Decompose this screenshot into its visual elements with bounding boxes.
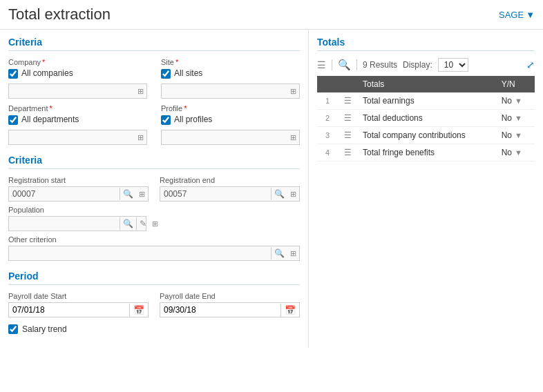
row-name: Total earnings: [357, 92, 496, 110]
row-name: Total deductions: [357, 110, 496, 127]
row-detail-icon[interactable]: ☰: [344, 113, 352, 123]
payroll-end-label: Payroll date End: [160, 292, 300, 300]
totals-table-icon[interactable]: ☰: [317, 59, 326, 70]
salary-trend-checkbox[interactable]: [8, 324, 18, 334]
yn-dropdown-icon[interactable]: ▼: [515, 114, 522, 122]
row-icon-cell[interactable]: ☰: [338, 144, 357, 161]
site-input-wrapper: ⊞: [161, 84, 300, 99]
payroll-end-wrapper: 📅: [160, 302, 300, 317]
totals-title: Totals: [317, 37, 535, 51]
site-field-group: Site* All sites ⊞: [161, 58, 300, 99]
all-companies-label: All companies: [21, 68, 73, 78]
profile-grid-icon[interactable]: ⊞: [287, 132, 299, 144]
row-yn: No ▼: [496, 92, 535, 110]
population-search-icon[interactable]: 🔍: [120, 217, 136, 230]
salary-trend-label: Salary trend: [22, 324, 67, 334]
profile-input[interactable]: [162, 130, 287, 144]
population-group: Population 🔍 ✎ ⊞: [8, 206, 300, 231]
main-content: Criteria Company* All companies ⊞: [0, 30, 543, 348]
display-label: Display:: [403, 60, 432, 70]
reg-end-label: Registration end: [160, 176, 300, 184]
criteria2-title: Criteria: [8, 155, 300, 169]
all-profiles-checkbox[interactable]: [161, 115, 171, 125]
user-menu[interactable]: SAGE ▼: [499, 10, 535, 20]
payroll-end-calendar-icon[interactable]: 📅: [280, 304, 299, 317]
profile-field-group: Profile* All profiles ⊞: [161, 104, 300, 145]
reg-start-input[interactable]: [9, 187, 120, 201]
site-grid-icon[interactable]: ⊞: [287, 86, 299, 97]
payroll-end-input[interactable]: [160, 303, 280, 317]
other-criterion-wrapper: 🔍 ⊞: [8, 246, 300, 261]
expand-icon[interactable]: ⤢: [526, 59, 535, 70]
left-panel: Criteria Company* All companies ⊞: [0, 30, 309, 348]
population-input[interactable]: [9, 217, 120, 231]
row-num: 1: [317, 92, 338, 110]
all-profiles-row: All profiles: [161, 115, 300, 125]
row-detail-icon[interactable]: ☰: [344, 148, 352, 157]
company-field-group: Company* All companies ⊞: [8, 58, 147, 99]
population-label: Population: [8, 206, 300, 214]
totals-search-icon[interactable]: 🔍: [338, 59, 351, 71]
reg-end-grid-icon[interactable]: ⊞: [287, 188, 299, 200]
department-grid-icon[interactable]: ⊞: [135, 132, 146, 144]
row-name: Total fringe benefits: [357, 144, 496, 161]
reg-end-search-icon[interactable]: 🔍: [271, 188, 287, 200]
department-input[interactable]: [9, 130, 135, 144]
col-num: [317, 76, 338, 92]
display-select[interactable]: 10 25 50: [438, 58, 468, 72]
all-departments-label: All departments: [21, 115, 79, 124]
reg-end-input[interactable]: [160, 187, 271, 201]
toolbar-separator2: [356, 59, 357, 70]
row-icon-cell[interactable]: ☰: [338, 92, 357, 110]
payroll-start-calendar-icon[interactable]: 📅: [129, 304, 148, 317]
user-dropdown-icon: ▼: [526, 10, 535, 20]
table-row: 1 ☰ Total earnings No ▼: [317, 92, 535, 110]
row-yn: No ▼: [496, 127, 535, 144]
payroll-end-group: Payroll date End 📅: [160, 292, 300, 317]
reg-start-grid-icon[interactable]: ⊞: [136, 188, 148, 200]
col-totals: Totals: [357, 76, 496, 92]
row-detail-icon[interactable]: ☰: [344, 130, 352, 140]
period-dates-row: Payroll date Start 📅 Payroll date End 📅: [8, 292, 300, 317]
other-criterion-group: Other criterion 🔍 ⊞: [8, 235, 300, 261]
totals-tbody: 1 ☰ Total earnings No ▼ 2 ☰ Total deduct…: [317, 92, 535, 161]
site-input[interactable]: [162, 84, 287, 98]
row-icon-cell[interactable]: ☰: [338, 127, 357, 144]
profile-input-wrapper: ⊞: [161, 130, 300, 145]
period-title: Period: [8, 271, 300, 285]
other-criterion-search-icon[interactable]: 🔍: [271, 247, 287, 259]
row-icon-cell[interactable]: ☰: [338, 110, 357, 127]
all-profiles-label: All profiles: [174, 115, 212, 124]
company-label: Company*: [8, 58, 147, 66]
department-label: Department*: [8, 104, 147, 112]
department-input-wrapper: ⊞: [8, 130, 147, 145]
table-row: 3 ☰ Total company contributions No ▼: [317, 127, 535, 144]
payroll-start-wrapper: 📅: [8, 302, 149, 317]
row-num: 4: [317, 144, 338, 161]
yn-dropdown-icon[interactable]: ▼: [515, 97, 522, 105]
yn-dropdown-icon[interactable]: ▼: [515, 131, 522, 139]
payroll-start-input[interactable]: [9, 303, 129, 317]
other-criterion-input[interactable]: [9, 246, 271, 260]
right-panel: Totals ☰ 🔍 9 Results Display: 10 25 50 ⤢…: [309, 30, 543, 348]
all-departments-checkbox[interactable]: [8, 115, 18, 125]
other-criterion-grid-icon[interactable]: ⊞: [287, 248, 299, 259]
yn-value: No: [502, 113, 512, 123]
header: Total extraction SAGE ▼: [0, 0, 543, 30]
population-grid-icon[interactable]: ⊞: [149, 218, 161, 230]
payroll-start-group: Payroll date Start 📅: [8, 292, 149, 317]
company-input[interactable]: [9, 84, 135, 98]
reg-start-search-icon[interactable]: 🔍: [120, 188, 136, 200]
company-grid-icon[interactable]: ⊞: [135, 86, 146, 97]
yn-dropdown-icon[interactable]: ▼: [515, 148, 522, 157]
population-edit-icon[interactable]: ✎: [136, 217, 149, 230]
totals-table: Totals Y/N 1 ☰ Total earnings No ▼ 2 ☰ T…: [317, 76, 535, 161]
all-sites-checkbox[interactable]: [161, 69, 171, 79]
all-companies-checkbox[interactable]: [8, 69, 18, 79]
profile-label: Profile*: [161, 104, 300, 112]
row-detail-icon[interactable]: ☰: [344, 96, 352, 106]
row-num: 3: [317, 127, 338, 144]
site-label: Site*: [161, 58, 300, 66]
table-row: 4 ☰ Total fringe benefits No ▼: [317, 144, 535, 161]
period-section: Period Payroll date Start 📅 Payroll date…: [8, 271, 300, 334]
